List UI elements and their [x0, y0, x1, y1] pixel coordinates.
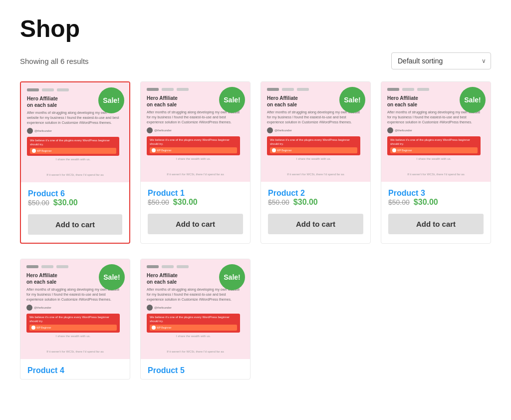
mockup-body: After months of struggling along develop… [147, 110, 240, 124]
mockup-body: After months of struggling along develop… [27, 110, 119, 125]
mockup-bottom-text: If it weren't for WCSt, there I'd spend … [387, 173, 485, 176]
product-info-2: Product 2 $50.00 $30.00 Add to cart [261, 182, 370, 242]
add-to-cart-6[interactable]: Add to cart [28, 214, 122, 235]
product-name-4[interactable]: Product 4 [27, 366, 64, 375]
product-thumbnail-2: Sale! Hero Affiliateon each sale After m… [261, 82, 370, 182]
sale-badge-5: Sale! [219, 264, 245, 290]
mockup-footer: I share the wealth with us. [387, 157, 481, 160]
product-thumbnail-1: Sale! Hero Affiliateon each sale After m… [141, 82, 250, 182]
wp-icon [152, 148, 156, 152]
shop-header: Showing all 6 results Default sorting So… [20, 52, 491, 69]
product-pricing-2: $50.00 $30.00 [268, 198, 363, 207]
cta-btn-text: WP Beginner [36, 326, 51, 329]
mockup-avatar: @thefounder [27, 128, 119, 134]
mockup-footer: I share the wealth with us. [147, 335, 240, 338]
wp-icon [392, 148, 396, 152]
avatar-text: @thefounder [154, 306, 172, 309]
product-thumbnail-5: Sale! Hero Affiliateon each sale After m… [141, 259, 250, 359]
product-info-6: Product 6 $50.00 $30.00 Add to cart [21, 182, 129, 243]
avatar-text: @thefounder [34, 129, 52, 132]
product-name-2[interactable]: Product 2 [268, 189, 305, 197]
price-sale-2: $30.00 [293, 198, 318, 207]
nav-dot [56, 265, 68, 268]
mockup-body: After months of struggling along develop… [147, 287, 240, 302]
price-sale-3: $30.00 [414, 198, 438, 207]
avatar-circle [27, 128, 33, 134]
product-name-1[interactable]: Product 1 [148, 189, 185, 197]
nav-dot [162, 88, 174, 91]
page-title: Shop [20, 15, 491, 42]
nav-dot [297, 88, 309, 91]
mockup-bottom-text: If it weren't for WCSt, there I'd spend … [26, 350, 124, 353]
nav-dot [402, 88, 414, 91]
mockup-avatar: @thefounder [147, 127, 240, 133]
wp-icon [152, 326, 156, 330]
nav-dot [282, 88, 294, 91]
mockup-body: After months of struggling along develop… [26, 287, 120, 302]
avatar-text: @thefounder [274, 129, 292, 132]
product-card-2: Sale! Hero Affiliateon each sale After m… [260, 81, 371, 244]
product-info-5: Product 5 [141, 359, 250, 379]
mockup-cta: We believe it's one of the plugins every… [147, 136, 240, 155]
mockup-bottom-text: If it weren't for WCSt, there I'd spend … [27, 173, 123, 176]
mockup-bottom-text: If it weren't for WCSt, there I'd spend … [267, 173, 364, 176]
nav-dot [57, 88, 69, 91]
add-to-cart-3[interactable]: Add to cart [388, 214, 484, 234]
cta-button: WP Beginner [150, 325, 237, 331]
add-to-cart-1[interactable]: Add to cart [148, 214, 243, 234]
avatar-text: @thefounder [395, 129, 412, 132]
mockup-body: After months of struggling along develop… [267, 110, 360, 124]
cta-btn-text: WP Beginner [397, 149, 412, 152]
product-name-6[interactable]: Product 6 [28, 189, 65, 198]
product-info-4: Product 4 [20, 359, 130, 379]
product-thumbnail-3: Sale! Hero Affiliateon each sale After m… [381, 82, 491, 182]
cta-text: We believe it's one of the plugins every… [30, 139, 116, 147]
product-card-5: Sale! Hero Affiliateon each sale After m… [140, 259, 251, 380]
price-sale-1: $30.00 [173, 198, 198, 207]
nav-dot [26, 265, 38, 268]
nav-dot [147, 88, 159, 91]
cta-text: We believe it's one of the plugins every… [150, 138, 237, 146]
sale-badge-4: Sale! [99, 264, 125, 290]
cta-text: We believe it's one of the plugins every… [29, 316, 117, 324]
mockup-body: After months of struggling along develop… [387, 110, 481, 124]
product-pricing-1: $50.00 $30.00 [148, 198, 243, 207]
sort-select[interactable]: Default sorting Sort by popularity Sort … [391, 52, 491, 69]
cta-button: WP Beginner [150, 147, 237, 153]
add-to-cart-2[interactable]: Add to cart [268, 214, 363, 234]
product-thumbnail-4: Sale! Hero Affiliateon each sale After m… [20, 259, 130, 359]
product-card-6: Sale! Hero Affiliateon each sale After m… [20, 81, 130, 244]
product-pricing-6: $50.00 $30.00 [28, 198, 122, 207]
avatar-circle [267, 127, 273, 133]
mockup-footer: I share the wealth with us. [267, 157, 360, 160]
avatar-circle [387, 127, 393, 133]
nav-dot [162, 265, 174, 268]
cta-btn-text: WP Beginner [157, 149, 171, 152]
mockup-footer: I share the wealth with us. [26, 335, 120, 338]
cta-text: We believe it's one of the plugins every… [150, 316, 237, 324]
avatar-circle [147, 127, 153, 133]
sale-badge-3: Sale! [460, 87, 486, 113]
nav-dot [177, 265, 189, 268]
product-info-1: Product 1 $50.00 $30.00 Add to cart [141, 182, 250, 242]
product-pricing-3: $50.00 $30.00 [388, 198, 484, 207]
cta-button: WP Beginner [29, 325, 117, 331]
mockup-cta: We believe it's one of the plugins every… [387, 136, 481, 155]
wp-icon [31, 326, 35, 330]
product-name-5[interactable]: Product 5 [148, 366, 185, 375]
nav-dot [387, 88, 399, 91]
nav-dot [147, 265, 159, 268]
mockup-cta: We believe it's one of the plugins every… [267, 136, 360, 155]
avatar-text: @thefounder [154, 129, 172, 132]
cta-text: We believe it's one of the plugins every… [390, 138, 478, 146]
sale-badge-2: Sale! [339, 87, 365, 113]
price-original-1: $50.00 [148, 198, 169, 206]
nav-dot [267, 88, 279, 91]
product-name-3[interactable]: Product 3 [388, 189, 425, 197]
mockup-avatar: @thefounder [147, 305, 240, 311]
nav-dot [177, 88, 189, 91]
product-info-3: Product 3 $50.00 $30.00 Add to cart [381, 182, 491, 242]
results-count: Showing all 6 results [20, 57, 89, 65]
sale-badge-6: Sale! [98, 87, 124, 113]
avatar-circle [26, 305, 32, 311]
